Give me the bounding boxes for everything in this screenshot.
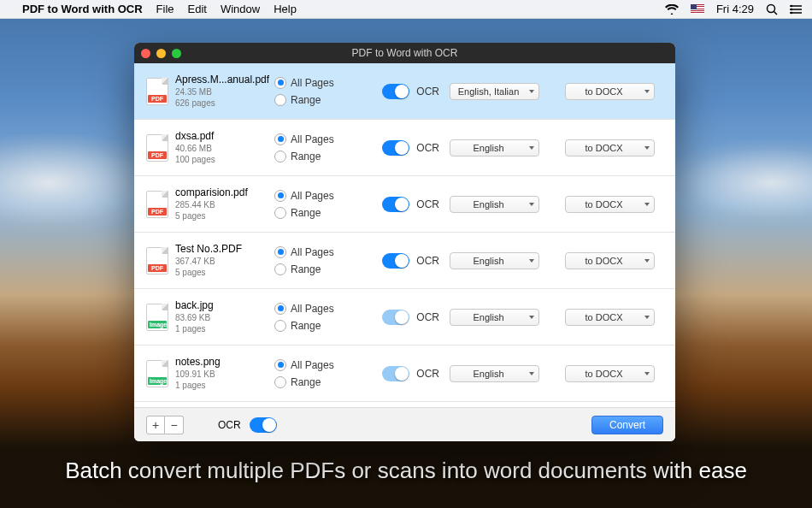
language-dropdown[interactable]: English xyxy=(450,196,539,213)
radio-label: All Pages xyxy=(291,77,334,89)
file-size: 24.35 MB xyxy=(175,86,269,97)
file-name: notes.png xyxy=(175,356,221,369)
svg-point-0 xyxy=(768,4,775,12)
file-size: 83.69 KB xyxy=(175,312,214,323)
page-range-radio[interactable]: Range xyxy=(274,94,364,106)
output-format-dropdown[interactable]: to DOCX xyxy=(565,139,655,157)
remove-file-button[interactable]: − xyxy=(165,416,184,434)
file-name: comparision.pdf xyxy=(175,186,248,200)
window-maximize-button[interactable] xyxy=(172,49,181,58)
pdf-file-icon: PDF xyxy=(146,247,168,275)
ocr-toggle[interactable] xyxy=(382,253,409,269)
macos-menubar: PDF to Word with OCR File Edit Window He… xyxy=(0,0,812,19)
convert-button[interactable]: Convert xyxy=(591,416,663,434)
ocr-toggle[interactable] xyxy=(382,366,409,381)
add-file-button[interactable]: + xyxy=(146,416,165,434)
file-size: 40.66 MB xyxy=(175,143,215,154)
output-format-dropdown[interactable]: to DOCX xyxy=(565,196,655,213)
svg-point-6 xyxy=(791,8,792,9)
language-dropdown[interactable]: English xyxy=(450,252,539,269)
wifi-icon[interactable] xyxy=(665,4,679,15)
file-name: Apress.M...anual.pdf xyxy=(175,74,269,87)
page-range-radio[interactable]: Range xyxy=(274,376,364,388)
svg-line-1 xyxy=(774,11,778,15)
ocr-toggle[interactable] xyxy=(382,310,409,325)
page-range-radio[interactable]: Range xyxy=(274,207,364,219)
radio-label: All Pages xyxy=(291,303,334,315)
menubar-clock[interactable]: Fri 4:29 xyxy=(716,3,754,15)
window-title: PDF to Word with OCR xyxy=(134,47,675,59)
radio-label: Range xyxy=(291,151,321,162)
file-row[interactable]: Imageback.jpg83.69 KB1 pagesAll PagesRan… xyxy=(134,289,675,346)
file-name: Test No.3.PDF xyxy=(175,243,242,257)
radio-label: All Pages xyxy=(291,133,334,145)
language-dropdown[interactable]: English, Italian xyxy=(450,83,539,100)
file-size: 109.91 KB xyxy=(175,369,221,380)
spotlight-icon[interactable] xyxy=(766,3,778,15)
file-row[interactable]: PDFdxsa.pdf40.66 MB100 pagesAll PagesRan… xyxy=(134,120,675,176)
file-pages: 1 pages xyxy=(175,323,214,334)
file-name: back.jpg xyxy=(175,299,214,313)
all-pages-radio[interactable]: All Pages xyxy=(274,133,364,145)
svg-point-5 xyxy=(791,4,792,6)
ocr-label: OCR xyxy=(416,142,439,154)
page-range-radio[interactable]: Range xyxy=(274,320,364,332)
ocr-label: OCR xyxy=(416,368,439,380)
image-file-icon: Image xyxy=(146,360,168,387)
menubar-app-name[interactable]: PDF to Word with OCR xyxy=(22,3,143,15)
ocr-label: OCR xyxy=(416,255,439,267)
output-format-dropdown[interactable]: to DOCX xyxy=(565,309,655,326)
radio-label: Range xyxy=(291,320,321,332)
all-pages-radio[interactable]: All Pages xyxy=(274,246,364,258)
file-pages: 1 pages xyxy=(175,380,221,391)
ocr-label: OCR xyxy=(416,311,439,323)
file-pages: 5 pages xyxy=(175,267,242,278)
all-pages-radio[interactable]: All Pages xyxy=(274,190,364,202)
menu-file[interactable]: File xyxy=(156,3,174,15)
file-row[interactable]: PDFApress.M...anual.pdf24.35 MB626 pages… xyxy=(134,63,675,120)
pdf-file-icon: PDF xyxy=(146,78,168,105)
language-dropdown[interactable]: English xyxy=(450,309,539,326)
file-size: 367.47 KB xyxy=(175,256,242,267)
marketing-caption: Batch convert multiple PDFs or scans int… xyxy=(0,458,812,484)
window-footer: + − OCR Convert xyxy=(134,407,675,441)
radio-label: Range xyxy=(291,94,321,106)
radio-label: Range xyxy=(291,376,321,388)
all-pages-radio[interactable]: All Pages xyxy=(274,77,364,89)
window-controls xyxy=(141,49,181,58)
input-source-flag[interactable] xyxy=(691,4,704,14)
file-name: dxsa.pdf xyxy=(175,130,215,144)
window-close-button[interactable] xyxy=(141,49,150,58)
svg-point-7 xyxy=(791,11,792,13)
pdf-file-icon: PDF xyxy=(146,134,168,162)
window-minimize-button[interactable] xyxy=(156,49,166,58)
file-list[interactable]: PDFApress.M...anual.pdf24.35 MB626 pages… xyxy=(134,63,675,407)
notification-center-icon[interactable] xyxy=(790,4,802,15)
footer-ocr-toggle[interactable] xyxy=(250,417,277,433)
language-dropdown[interactable]: English xyxy=(450,139,539,157)
file-row[interactable]: PDFcomparision.pdf285.44 KB5 pagesAll Pa… xyxy=(134,176,675,233)
file-pages: 626 pages xyxy=(175,97,269,109)
ocr-label: OCR xyxy=(416,198,439,210)
page-range-radio[interactable]: Range xyxy=(274,151,364,162)
output-format-dropdown[interactable]: to DOCX xyxy=(565,365,655,382)
ocr-toggle[interactable] xyxy=(382,197,409,212)
page-range-radio[interactable]: Range xyxy=(274,263,364,275)
language-dropdown[interactable]: English xyxy=(450,365,539,382)
file-pages: 100 pages xyxy=(175,154,215,165)
file-row[interactable]: PDFTest No.3.PDF367.47 KB5 pagesAll Page… xyxy=(134,233,675,289)
radio-label: All Pages xyxy=(291,359,334,371)
all-pages-radio[interactable]: All Pages xyxy=(274,303,364,315)
window-titlebar[interactable]: PDF to Word with OCR xyxy=(134,43,675,63)
menu-edit[interactable]: Edit xyxy=(188,3,207,15)
output-format-dropdown[interactable]: to DOCX xyxy=(565,83,655,100)
radio-label: All Pages xyxy=(291,190,334,202)
all-pages-radio[interactable]: All Pages xyxy=(274,359,364,371)
menu-window[interactable]: Window xyxy=(221,3,260,15)
output-format-dropdown[interactable]: to DOCX xyxy=(565,252,655,269)
ocr-toggle[interactable] xyxy=(382,140,409,156)
ocr-toggle[interactable] xyxy=(382,84,409,99)
file-row[interactable]: Imagenotes.png109.91 KB1 pagesAll PagesR… xyxy=(134,346,675,402)
app-window: PDF to Word with OCR PDFApress.M...anual… xyxy=(134,43,675,441)
menu-help[interactable]: Help xyxy=(274,3,297,15)
